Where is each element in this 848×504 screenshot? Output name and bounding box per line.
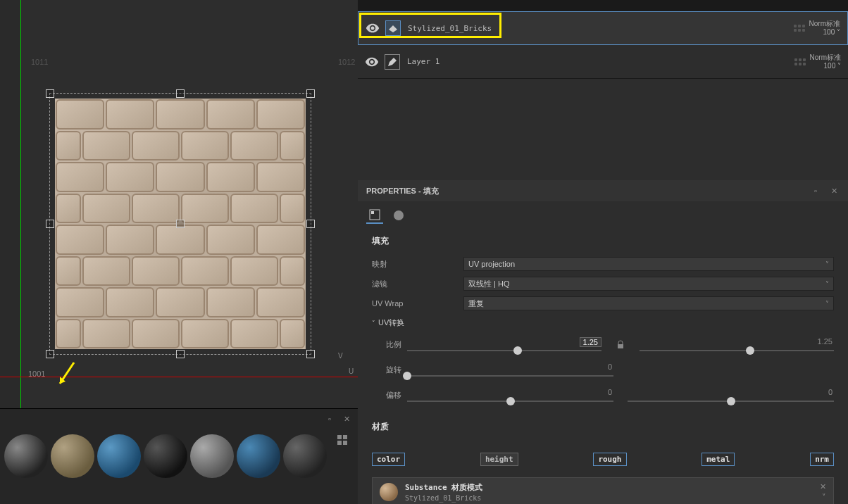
svg-rect-7 (618, 344, 623, 348)
material-name: Stylized_01_Bricks (405, 494, 482, 502)
visibility-icon[interactable] (366, 21, 380, 35)
scale-slider-y[interactable] (640, 350, 834, 351)
chevron-down-icon[interactable]: ˅ (822, 493, 826, 502)
shelf-item[interactable] (283, 434, 327, 478)
drag-handle-icon[interactable] (794, 25, 805, 32)
wrap-label: UV Wrap (372, 299, 463, 308)
offset-value-y[interactable]: 0 (628, 388, 834, 398)
shelf-item[interactable] (51, 434, 94, 478)
offset-label: 偏移 (372, 390, 407, 401)
rotation-label: 旋转 (372, 365, 407, 375)
lock-icon[interactable] (616, 340, 625, 350)
uv-viewport[interactable]: V U 1001 1011 1012 (0, 0, 358, 408)
axis-u-line (0, 377, 358, 377)
svg-rect-5 (371, 211, 374, 214)
channel-toggles: color height rough metal nrm (358, 447, 848, 472)
properties-header: PROPERTIES - 填充 ▫ ✕ (358, 180, 848, 201)
layer-blend-opacity[interactable]: Norm标准 100 ˅ (809, 20, 840, 37)
rotation-slider[interactable] (407, 375, 613, 377)
fill-layer-icon[interactable] (385, 20, 401, 36)
texture-preview[interactable] (55, 99, 306, 349)
material-mode-title: Substance 材质模式 (405, 482, 482, 493)
shelf-item[interactable] (144, 434, 187, 478)
shelf-item[interactable] (190, 434, 234, 478)
fill-section-title: 填充 (372, 235, 834, 247)
popout-icon[interactable]: ▫ (324, 413, 335, 424)
channel-height[interactable]: height (480, 453, 518, 466)
annotation-arrow (56, 359, 85, 387)
offset-value-x[interactable]: 0 (407, 388, 613, 398)
shelf-panel: ▫ ✕ (0, 408, 358, 504)
scale-value-y[interactable]: 1.25 (640, 337, 834, 347)
popout-icon[interactable]: ▫ (810, 185, 821, 196)
grid-view-icon[interactable] (337, 434, 348, 446)
clear-material-icon[interactable]: ✕ (820, 482, 826, 491)
filter-select[interactable]: 双线性 | HQ˅ (463, 277, 834, 291)
material-thumb (380, 483, 398, 501)
offset-slider-x[interactable] (407, 401, 613, 402)
tile-1001: 1001 (28, 370, 45, 378)
uv-transform-header[interactable]: ˅UV转换 (372, 317, 834, 328)
layer-blend-opacity[interactable]: Norm标准 100 ˅ (810, 53, 841, 70)
svg-rect-0 (337, 435, 342, 439)
layer-name[interactable]: Layer 1 (407, 57, 439, 66)
properties-tabs (358, 201, 848, 229)
brick-pattern (55, 99, 306, 349)
channel-rough[interactable]: rough (593, 453, 626, 466)
svg-rect-1 (343, 435, 347, 439)
properties-panel: PROPERTIES - 填充 ▫ ✕ 填充 映射 UV projection˅… (358, 180, 848, 504)
material-resource[interactable]: Substance 材质模式 Stylized_01_Bricks ✕ ˅ (372, 477, 834, 504)
layer-name[interactable]: Stylized_01_Bricks (408, 24, 492, 33)
filter-label: 滤镜 (372, 279, 463, 289)
wrap-select[interactable]: 重复˅ (463, 296, 834, 310)
axis-v-label: V (338, 352, 343, 360)
projection-label: 映射 (372, 259, 463, 270)
close-icon[interactable]: ✕ (828, 185, 840, 196)
shelf-item[interactable] (237, 434, 280, 478)
scale-value-x[interactable]: 1.25 (580, 337, 601, 347)
material-shelf[interactable] (0, 429, 358, 484)
channel-nrm[interactable]: nrm (810, 453, 834, 466)
layer-row-0[interactable]: Stylized_01_Bricks Norm标准 100 ˅ (358, 11, 848, 45)
shelf-item[interactable] (97, 434, 141, 478)
tab-sphere-icon[interactable] (390, 207, 407, 224)
axis-v-line (20, 0, 21, 408)
svg-rect-2 (337, 441, 342, 445)
visibility-icon[interactable] (365, 55, 379, 69)
paint-layer-icon[interactable] (385, 54, 400, 70)
scale-label: 比例 (372, 339, 407, 350)
properties-title: PROPERTIES - 填充 (366, 186, 439, 196)
svg-rect-3 (343, 441, 347, 445)
channel-color[interactable]: color (372, 453, 405, 466)
shelf-item[interactable] (4, 434, 48, 478)
offset-slider-y[interactable] (628, 401, 834, 402)
channel-metal[interactable]: metal (702, 453, 735, 466)
material-section-title: 材质 (372, 421, 834, 433)
axis-u-label: U (349, 367, 354, 375)
layers-panel: Stylized_01_Bricks Norm标准 100 ˅ Layer 1 … (358, 11, 848, 180)
rotation-value[interactable]: 0 (407, 363, 613, 372)
scale-slider-x[interactable] (407, 350, 601, 351)
projection-select[interactable]: UV projection˅ (463, 257, 834, 271)
tile-1012: 1012 (338, 58, 355, 66)
close-icon[interactable]: ✕ (341, 413, 352, 424)
tile-1011: 1011 (31, 58, 48, 66)
tab-fill-icon[interactable] (366, 207, 383, 224)
svg-point-6 (394, 210, 404, 220)
drag-handle-icon[interactable] (794, 58, 806, 65)
layer-row-1[interactable]: Layer 1 Norm标准 100 ˅ (358, 45, 848, 79)
